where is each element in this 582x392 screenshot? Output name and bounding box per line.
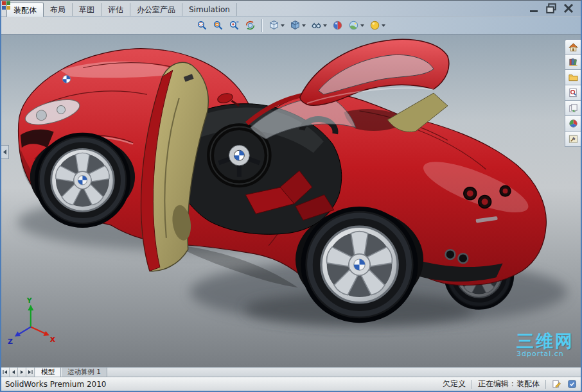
minimize-button[interactable]: [528, 4, 540, 13]
tab-evaluate-label: 评估: [108, 5, 123, 14]
custom-properties-icon[interactable]: [565, 132, 581, 147]
appearances-scenes-icon[interactable]: [565, 116, 581, 132]
tab-layout-label: 布局: [50, 5, 66, 14]
search-icon[interactable]: [565, 85, 581, 101]
tab-motion-study-label: 运动算例 1: [67, 368, 101, 377]
view-orientation-button[interactable]: [267, 19, 287, 32]
app-title: SolidWorks Premium 2010: [5, 380, 106, 389]
tab-scroll-first-button[interactable]: [1, 368, 10, 377]
triad-z-label: Z: [8, 337, 13, 346]
tab-model-label: 模型: [41, 368, 55, 377]
edit-appearance-button[interactable]: [330, 19, 345, 32]
chevron-down-icon: [302, 24, 306, 27]
window-controls: [528, 4, 581, 16]
view-toolbar: [1, 16, 581, 35]
status-bar: SolidWorks Premium 2010 欠定义 正在编辑：装配体: [1, 377, 581, 391]
featuremanager-collapse-button[interactable]: [1, 145, 9, 159]
tab-assembly-label: 装配体: [13, 6, 37, 15]
editing-status: 正在编辑：装配体: [478, 379, 540, 389]
close-button[interactable]: [563, 4, 574, 13]
status-quick-tips-icon[interactable]: [567, 379, 577, 389]
design-library-icon[interactable]: [565, 55, 581, 70]
status-separator: [472, 380, 472, 389]
chevron-down-icon: [323, 24, 327, 27]
triad-y-label: Y: [26, 296, 32, 305]
view-settings-button[interactable]: [367, 19, 387, 32]
tab-simulation-label: Simulation: [189, 5, 230, 14]
orientation-triad: Y X Z: [8, 296, 56, 346]
task-pane-tabs: [565, 39, 581, 147]
rotate-view-button[interactable]: [243, 19, 258, 32]
hood-roundel: [63, 75, 71, 83]
hide-show-items-button[interactable]: [309, 19, 329, 32]
car-assembly-model: Y X Z: [1, 35, 581, 367]
tab-sketch[interactable]: 草图: [73, 3, 101, 16]
arrow-left-icon: [3, 149, 6, 155]
tab-office-products-label: 办公室产品: [137, 5, 175, 14]
tab-layout[interactable]: 布局: [44, 3, 73, 16]
graphics-viewport[interactable]: Y X Z 三维网 3dportal.cn: [1, 35, 581, 367]
zoom-to-area-button[interactable]: [211, 19, 225, 32]
tab-sketch-label: 草图: [79, 5, 94, 14]
tab-motion-study[interactable]: 运动算例 1: [61, 368, 107, 377]
tab-model[interactable]: 模型: [35, 368, 61, 377]
watermark-subtitle: 3dportal.cn: [516, 350, 574, 358]
zoom-to-fit-button[interactable]: [195, 19, 209, 32]
tab-scroll-last-button[interactable]: [26, 368, 35, 377]
file-explorer-icon[interactable]: [565, 70, 581, 85]
definition-status: 欠定义: [443, 379, 466, 389]
triad-x-label: X: [50, 336, 56, 344]
zoom-in-out-button[interactable]: [227, 19, 242, 32]
tab-assembly[interactable]: 装配体: [6, 3, 44, 17]
watermark-title: 三维网: [516, 332, 574, 350]
chevron-down-icon: [360, 24, 364, 27]
rear-left-wheel[interactable]: [303, 209, 416, 320]
app-icon: [2, 1, 10, 10]
solidworks-resources-icon[interactable]: [565, 39, 581, 55]
status-separator: [545, 380, 546, 389]
tab-scroll-right-button[interactable]: [18, 368, 26, 377]
tab-office-products[interactable]: 办公室产品: [130, 3, 182, 16]
view-palette-icon[interactable]: [565, 101, 581, 116]
solidworks-window: 装配体 布局 草图 评估 办公室产品 Simulation: [0, 0, 582, 392]
tab-evaluate[interactable]: 评估: [101, 3, 130, 16]
tab-scroll-left-button[interactable]: [10, 368, 18, 377]
restore-button[interactable]: [545, 4, 557, 13]
front-left-wheel[interactable]: [37, 134, 128, 226]
apply-scene-button[interactable]: [346, 19, 366, 32]
tab-simulation[interactable]: Simulation: [182, 3, 237, 16]
chevron-down-icon: [382, 24, 385, 27]
watermark: 三维网 3dportal.cn: [516, 332, 574, 358]
command-manager-tabbar: 装配体 布局 草图 评估 办公室产品 Simulation: [1, 1, 581, 16]
chevron-down-icon: [281, 24, 285, 27]
toolbar-separator: [261, 19, 263, 32]
status-edit-sketch-icon[interactable]: [552, 379, 561, 389]
display-style-button[interactable]: [288, 19, 308, 32]
model-tab-bar: 模型 运动算例 1: [1, 367, 581, 377]
